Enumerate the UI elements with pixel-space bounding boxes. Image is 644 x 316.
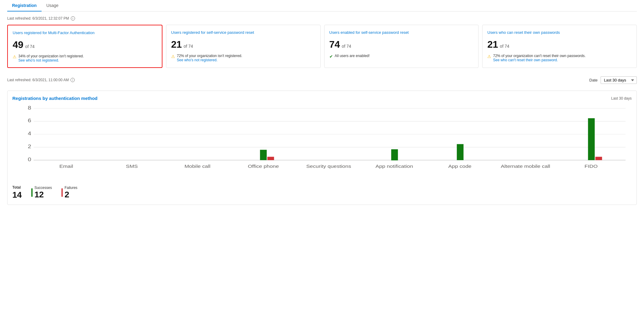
bar-fido-success xyxy=(588,118,595,160)
card-sspr-count: 21 of 74 xyxy=(171,39,316,50)
card-enabled[interactable]: Users enabled for self-service password … xyxy=(324,25,479,68)
card-can-reset-warning: ⚠ 72% of your organization can't reset t… xyxy=(487,54,632,62)
legend-total: Total 14 xyxy=(12,185,22,200)
legend-success-value: 12 xyxy=(34,190,52,199)
svg-text:Email: Email xyxy=(59,164,73,169)
card-sspr[interactable]: Users registered for self-service passwo… xyxy=(166,25,321,68)
chart-title: Registrations by authentication method xyxy=(12,96,98,101)
legend-success-info: Successes 12 xyxy=(34,186,52,199)
card-enabled-count: 74 of 74 xyxy=(329,39,474,50)
card-mfa-warning: ⚠ 34% of your organization isn't registe… xyxy=(13,54,157,62)
legend-success-label: Successes xyxy=(34,186,52,190)
bar-app-notification-success xyxy=(391,149,398,161)
tab-registration[interactable]: Registration xyxy=(7,0,42,11)
card-sspr-number: 21 xyxy=(171,39,182,50)
card-mfa-count: 49 of 74 xyxy=(13,39,157,50)
refresh-label-2: Last refreshed: 6/3/2021, 11:00:00 AM i xyxy=(7,78,75,82)
card-enabled-title[interactable]: Users enabled for self-service password … xyxy=(329,30,474,35)
svg-text:Security questions: Security questions xyxy=(306,164,351,169)
card-can-reset-number: 21 xyxy=(487,39,498,50)
card-sspr-link[interactable]: See who's not registered. xyxy=(177,58,218,62)
date-row: Date Last 30 days Last 7 days Last 90 da… xyxy=(589,76,637,84)
warning-icon-sspr: ⚠ xyxy=(171,54,175,59)
bar-office-phone-failure xyxy=(267,157,274,160)
svg-text:8: 8 xyxy=(28,105,31,110)
info-icon-2[interactable]: i xyxy=(71,78,75,82)
svg-text:SMS: SMS xyxy=(126,164,138,169)
info-icon-1[interactable]: i xyxy=(71,16,75,21)
chart-legend: Total 14 Successes 12 Failures 2 xyxy=(12,182,632,200)
svg-text:Alternate mobile call: Alternate mobile call xyxy=(501,164,550,169)
refresh-label-1: Last refreshed: 6/3/2021, 12:32:07 PM i xyxy=(7,16,637,21)
card-enabled-of: of 74 xyxy=(342,44,351,49)
chart-period: Last 30 days xyxy=(611,96,632,101)
card-enabled-status: ✔ All users are enabled! xyxy=(329,54,474,59)
card-mfa-title[interactable]: Users registered for Multi-Factor Authen… xyxy=(13,30,157,36)
chart-svg: 8 6 4 2 0 xyxy=(21,103,632,176)
legend-failure-color xyxy=(61,188,63,197)
svg-text:FIDO: FIDO xyxy=(585,164,598,169)
date-label: Date xyxy=(589,78,598,82)
legend-total-label: Total xyxy=(12,185,22,190)
warning-icon-can-reset: ⚠ xyxy=(487,54,491,59)
cards-row: Users registered for Multi-Factor Authen… xyxy=(7,25,637,68)
success-icon-enabled: ✔ xyxy=(329,54,333,59)
svg-text:Mobile call: Mobile call xyxy=(184,164,210,169)
card-mfa-number: 49 xyxy=(13,39,24,50)
warning-icon-mfa: ⚠ xyxy=(13,54,17,59)
card-mfa-link[interactable]: See who's not registered. xyxy=(18,58,59,62)
bar-office-phone-success xyxy=(260,150,267,160)
legend-total-value: 14 xyxy=(12,190,22,200)
card-mfa-of: of 74 xyxy=(25,44,35,49)
legend-failure-info: Failures 2 xyxy=(64,186,77,199)
date-select[interactable]: Last 30 days Last 7 days Last 90 days xyxy=(601,76,637,84)
card-can-reset-of: of 74 xyxy=(500,44,509,49)
legend-failure-value: 2 xyxy=(64,190,77,199)
svg-text:Office phone: Office phone xyxy=(248,164,279,169)
card-can-reset-title[interactable]: Users who can reset their own passwords xyxy=(487,30,632,35)
svg-text:App notification: App notification xyxy=(375,164,413,169)
tab-usage[interactable]: Usage xyxy=(42,0,63,11)
chart-section: Registrations by authentication method L… xyxy=(7,91,637,205)
bar-fido-failure xyxy=(595,157,602,160)
chart-header: Registrations by authentication method L… xyxy=(12,96,632,101)
svg-text:App code: App code xyxy=(448,164,471,169)
card-mfa[interactable]: Users registered for Multi-Factor Authen… xyxy=(7,25,162,68)
bar-app-code-success xyxy=(457,144,463,160)
svg-text:0: 0 xyxy=(28,157,31,162)
svg-text:4: 4 xyxy=(28,131,31,136)
card-can-reset-link[interactable]: See who can't reset their own password. xyxy=(493,58,558,62)
card-can-reset[interactable]: Users who can reset their own passwords … xyxy=(482,25,637,68)
card-can-reset-count: 21 of 74 xyxy=(487,39,632,50)
card-sspr-warning: ⚠ 72% of your organization isn't registe… xyxy=(171,54,316,62)
legend-successes: Successes 12 xyxy=(31,185,52,200)
card-sspr-title[interactable]: Users registered for self-service passwo… xyxy=(171,30,316,35)
legend-success-color xyxy=(31,188,33,197)
legend-failure-label: Failures xyxy=(64,186,77,190)
svg-text:6: 6 xyxy=(28,118,31,123)
card-enabled-number: 74 xyxy=(329,39,340,50)
svg-text:2: 2 xyxy=(28,144,31,149)
legend-failures: Failures 2 xyxy=(61,185,77,200)
card-sspr-of: of 74 xyxy=(184,44,193,49)
tab-bar: Registration Usage xyxy=(7,0,637,11)
